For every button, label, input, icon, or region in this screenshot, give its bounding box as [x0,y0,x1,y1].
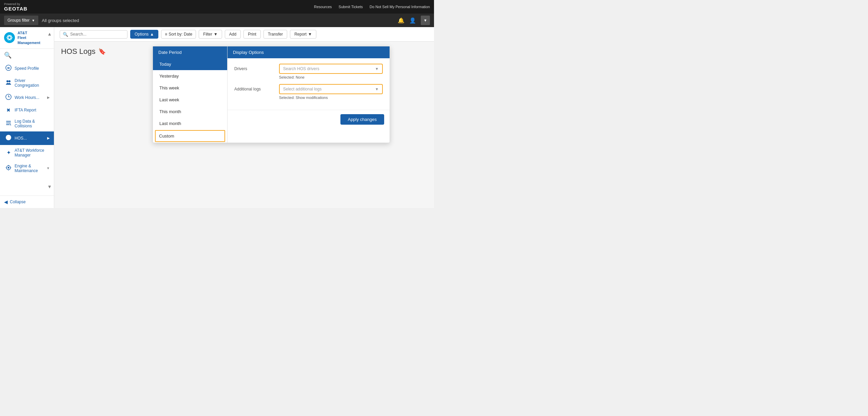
page-title-text: HOS Logs [61,47,96,56]
groups-filter-arrow-icon: ▼ [32,19,35,22]
work-hours-arrow-icon: ▶ [47,96,50,99]
options-arrow-icon: ▲ [150,32,154,37]
search-box[interactable]: 🔍 [60,30,127,39]
drivers-select-box[interactable]: Search HOS drivers ▼ [279,64,383,74]
report-button[interactable]: Report ▼ [290,30,316,39]
sidebar-item-label-work-hours: Work Hours... [15,95,44,100]
svg-point-5 [8,68,9,69]
additional-logs-label: Additional logs [234,84,275,91]
date-item-custom[interactable]: Custom [155,130,225,142]
svg-rect-9 [6,121,11,122]
user-dropdown-text: ▼ [423,18,427,22]
sidebar-item-label-ifta-report: IFTA Report [15,108,50,112]
driver-congregation-icon [5,79,12,87]
resources-link[interactable]: Resources [314,5,332,9]
date-item-yesterday[interactable]: Yesterday [153,70,227,82]
date-item-last-month[interactable]: Last month [153,118,227,129]
sidebar-item-ifta-report[interactable]: ✖ IFTA Report [0,104,54,116]
svg-rect-11 [6,124,9,125]
date-item-this-week[interactable]: This week [153,82,227,94]
sidebar-scroll-up-button[interactable]: ▲ [47,31,52,37]
top-bar: Powered by GEOTAB Resources Submit Ticke… [0,0,434,14]
date-item-today[interactable]: Today [153,58,227,70]
svg-point-0 [5,33,14,42]
search-icon: 🔍 [63,32,68,37]
drivers-label: Drivers [234,64,275,71]
sidebar-item-label-att-workforce: AT&T Workforce Manager [15,148,50,158]
sidebar-item-label-engine-maintenance: Engine & Maintenance [15,164,44,173]
sidebar-collapse-button[interactable]: ◀ Collapse [0,195,54,208]
filter-label: Filter [203,32,212,37]
additional-logs-field-row: Additional logs Select additional logs ▼… [234,84,383,100]
sidebar-search-icon[interactable]: 🔍 [0,49,54,62]
sidebar-item-engine-maintenance[interactable]: Engine & Maintenance ▼ [0,161,54,176]
powered-by-text: Powered by GEOTAB [4,2,27,12]
transfer-button[interactable]: Transfer [263,30,287,39]
search-input[interactable] [70,32,124,37]
date-item-this-month[interactable]: This month [153,106,227,118]
display-options-body: Drivers Search HOS drivers ▼ Selected: N… [228,58,390,110]
apply-changes-button[interactable]: Apply changes [340,114,384,125]
sidebar-item-label-speed-profile: Speed Profile [15,66,50,71]
logo-area: Powered by GEOTAB [4,2,27,12]
sidebar-logo-text: AT&T Fleet Management [18,30,50,45]
hos-arrow-icon: ▶ [47,136,50,140]
sidebar-item-log-data[interactable]: Log Data & Collisions [0,116,54,131]
sidebar-item-work-hours[interactable]: Work Hours... ▶ [0,91,54,104]
add-label: Add [229,32,236,37]
att-logo-icon [4,32,15,43]
sidebar-item-label-driver-congregation: Driver Congregation [15,78,50,88]
report-label: Report [294,32,307,37]
groups-filter-label: Groups filter [7,18,29,23]
sidebar-scroll-down-button[interactable]: ▼ [47,184,52,189]
collapse-label: Collapse [10,200,26,204]
submit-tickets-link[interactable]: Submit Tickets [339,5,363,9]
options-dropdown-panel: Date Period Today Yesterday This week La… [153,46,390,143]
add-button[interactable]: Add [225,30,241,39]
ifta-icon: ✖ [5,107,12,113]
sort-button[interactable]: ≡ Sort by: Date [161,30,196,39]
additional-logs-placeholder: Select additional logs [283,87,321,91]
groups-filter-button[interactable]: Groups filter ▼ [4,16,38,25]
print-button[interactable]: Print [243,30,261,39]
display-options-header: Display Options [228,46,390,58]
att-workforce-icon: ✦ [5,149,12,156]
date-period-column: Date Period Today Yesterday This week La… [153,46,228,143]
date-item-last-week[interactable]: Last week [153,94,227,106]
sidebar-item-driver-congregation[interactable]: Driver Congregation [0,75,54,91]
sidebar-item-hos[interactable]: HOS... ▶ [0,131,54,145]
svg-point-15 [8,167,9,168]
filter-arrow-icon: ▼ [214,32,218,37]
transfer-label: Transfer [268,32,283,37]
bookmark-icon[interactable]: 🔖 [98,48,106,55]
collapse-arrow-icon: ◀ [4,199,8,205]
user-dropdown-button[interactable]: ▼ [421,16,430,25]
drivers-select-arrow-icon: ▼ [375,67,379,71]
svg-point-7 [8,80,11,82]
sidebar-item-att-workforce[interactable]: ✦ AT&T Workforce Manager [0,145,54,161]
groups-bar: Groups filter ▼ All groups selected 🔔 👤 … [0,14,434,27]
sidebar-item-speed-profile[interactable]: Speed Profile [0,62,54,75]
user-icon[interactable]: 👤 [409,17,416,24]
engine-maintenance-arrow-icon: ▼ [46,166,50,170]
report-arrow-icon: ▼ [308,32,312,37]
additional-logs-input-col: Select additional logs ▼ Selected: Show … [279,84,383,100]
notifications-icon[interactable]: 🔔 [398,17,405,24]
print-label: Print [248,32,256,37]
date-period-header: Date Period [153,46,227,58]
do-not-sell-link[interactable]: Do Not Sell My Personal Information [370,5,430,9]
hos-icon [5,134,12,142]
drivers-placeholder: Search HOS drivers [283,66,319,71]
svg-rect-10 [6,123,11,123]
display-options-column: Display Options Drivers Search HOS drive… [228,46,390,143]
toolbar: 🔍 Options ▲ ≡ Sort by: Date Filter ▼ Add… [54,27,434,42]
speed-profile-icon [5,65,12,72]
sidebar: ▲ AT&T Fleet Management 🔍 Sp [0,27,54,208]
drivers-selected-text: Selected: None [279,75,383,79]
main-layout: ▲ AT&T Fleet Management 🔍 Sp [0,27,434,208]
additional-logs-selected-text: Selected: Show modifications [279,96,383,100]
drivers-input-col: Search HOS drivers ▼ Selected: None [279,64,383,79]
filter-button[interactable]: Filter ▼ [199,30,222,39]
additional-logs-select-box[interactable]: Select additional logs ▼ [279,84,383,94]
options-button[interactable]: Options ▲ [130,30,158,39]
